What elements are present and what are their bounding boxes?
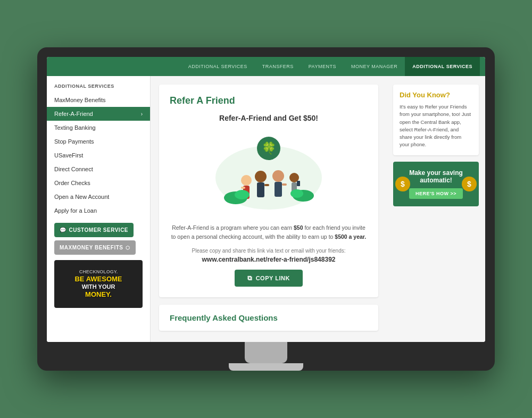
- sidebar-item-refer[interactable]: Refer-A-Friend ›: [47, 107, 150, 121]
- sidebar-item-stop-payments[interactable]: Stop Payments: [47, 135, 150, 148]
- right-sidebar: Did You Know? It's easy to Refer your Fr…: [387, 76, 485, 342]
- svg-point-6: [255, 171, 267, 182]
- nav-money-manager[interactable]: Money Manager: [344, 57, 405, 76]
- monitor-stand: [245, 342, 287, 363]
- maxmoney-benefits-button[interactable]: MaxMoney Benefits ⬡: [54, 240, 136, 255]
- svg-text:🍀: 🍀: [262, 141, 277, 155]
- sidebar-item-texting[interactable]: Texting Banking: [47, 121, 150, 135]
- sidebar-item-new-account[interactable]: Open a New Account: [47, 190, 150, 204]
- svg-point-17: [235, 190, 250, 199]
- refer-illustration: 🍀: [170, 130, 368, 215]
- svg-point-3: [241, 175, 252, 186]
- chevron-right-icon: ›: [141, 111, 143, 117]
- svg-rect-11: [282, 183, 287, 186]
- page-body: Additional Services MaxMoney Benefits Re…: [47, 76, 485, 342]
- svg-point-18: [290, 189, 303, 198]
- refer-link-label: Please copy and share this link via text…: [170, 248, 368, 254]
- customer-service-button[interactable]: 💬 Customer Service: [54, 223, 134, 237]
- copy-link-button[interactable]: ⧉ Copy Link: [235, 270, 303, 287]
- sidebar-item-loan[interactable]: Apply for a Loan: [47, 204, 150, 218]
- savings-ad-button[interactable]: HERE'S HOW >>: [409, 188, 463, 199]
- dyk-text: It's easy to Refer your Friends from you…: [400, 103, 472, 149]
- refer-subtitle: Refer-A-Friend and Get $50!: [170, 114, 368, 122]
- savings-ad[interactable]: $ Make your saving automatic! HERE'S HOW…: [393, 162, 479, 206]
- sidebar-ad-text: CHECKNOLOGY. BE AWESOME WITH YOUR MONEY.: [70, 265, 126, 303]
- sidebar-item-direct-connect[interactable]: Direct Connect: [47, 162, 150, 176]
- dyk-title: Did You Know?: [400, 91, 472, 99]
- faq-title: Frequently Asked Questions: [170, 313, 368, 322]
- svg-rect-10: [275, 182, 282, 197]
- monitor-base: [229, 363, 303, 371]
- sidebar-item-maxmoney[interactable]: MaxMoney Benefits: [47, 93, 150, 107]
- nav-additional-services-active[interactable]: Additional Services: [405, 57, 480, 76]
- svg-rect-5: [241, 187, 245, 189]
- svg-rect-8: [264, 184, 269, 186]
- coin-left-icon: $: [395, 177, 410, 191]
- chat-icon: 💬: [60, 227, 66, 233]
- nav-transfers[interactable]: Transfers: [255, 57, 301, 76]
- sidebar-ad: CHECKNOLOGY. BE AWESOME WITH YOUR MONEY.: [54, 260, 143, 308]
- nav-additional-services[interactable]: Additional Services: [181, 57, 255, 76]
- main-content: Refer A Friend Refer-A-Friend and Get $5…: [151, 76, 387, 342]
- nav-items: Additional Services Transfers Payments M…: [181, 57, 480, 76]
- refer-illustration-svg: 🍀: [200, 130, 338, 215]
- svg-rect-14: [297, 181, 300, 186]
- external-link-icon: ⬡: [126, 245, 130, 250]
- monitor-shell: Additional Services Transfers Payments M…: [37, 47, 495, 371]
- refer-card: Refer A Friend Refer-A-Friend and Get $5…: [159, 85, 378, 297]
- sidebar-item-usavefirst[interactable]: USaveFirst: [47, 148, 150, 162]
- refer-title: Refer A Friend: [170, 95, 368, 106]
- did-you-know-card: Did You Know? It's easy to Refer your Fr…: [393, 85, 479, 155]
- copy-icon: ⧉: [247, 274, 253, 282]
- faq-card: Frequently Asked Questions: [159, 305, 378, 331]
- sidebar: Additional Services MaxMoney Benefits Re…: [47, 76, 151, 342]
- refer-description: Refer-A-Friend is a program where you ca…: [170, 223, 368, 241]
- top-nav: Additional Services Transfers Payments M…: [47, 57, 485, 76]
- sidebar-item-order-checks[interactable]: Order Checks: [47, 176, 150, 190]
- svg-rect-7: [257, 182, 264, 197]
- svg-point-9: [272, 170, 284, 182]
- coin-right-icon: $: [462, 177, 477, 191]
- nav-payments[interactable]: Payments: [301, 57, 344, 76]
- sidebar-section-title: Additional Services: [47, 83, 150, 93]
- refer-link: www.centralbank.net/refer-a-friend/js848…: [170, 256, 368, 263]
- monitor-screen: Additional Services Transfers Payments M…: [47, 57, 485, 342]
